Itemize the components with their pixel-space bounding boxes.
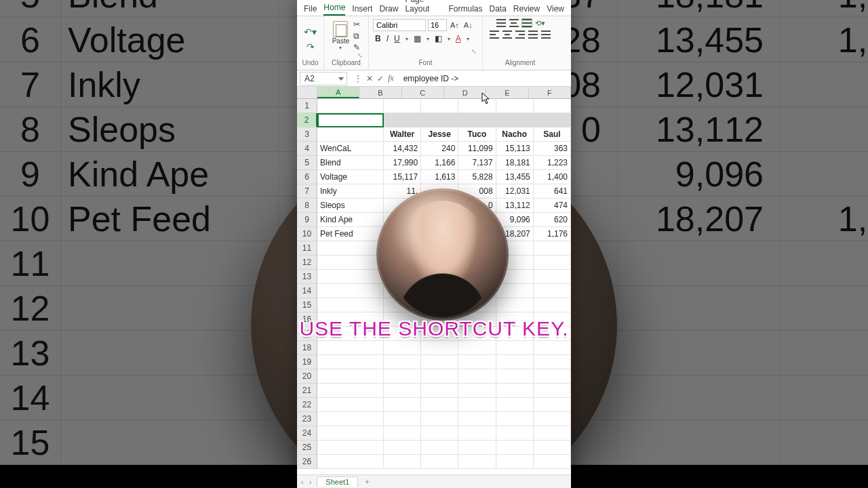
column-header-cell[interactable]: Walter [384,127,421,142]
row-header[interactable]: 25 [297,441,317,455]
align-top-icon[interactable] [496,19,506,27]
select-all-corner[interactable] [297,87,317,98]
cell[interactable] [496,455,534,469]
row-header[interactable]: 24 [297,426,317,441]
increase-font-icon[interactable]: A↑ [449,21,460,29]
bold-button[interactable]: B [373,34,383,43]
paste-button[interactable]: Paste ▾ [332,21,350,51]
cell[interactable]: 1,166 [421,156,458,170]
cell[interactable] [458,398,496,412]
tab-file[interactable]: File [304,4,317,16]
cell[interactable]: 13,455 [496,170,534,184]
tab-page-layout[interactable]: Page Layout [405,0,441,16]
col-header-C[interactable]: C [402,87,444,98]
cut-icon[interactable]: ✂ [353,20,360,29]
cell[interactable]: 11,099 [458,142,496,156]
cell[interactable] [317,455,384,469]
cell[interactable] [458,426,496,441]
cell[interactable] [421,384,458,398]
cell[interactable] [317,241,384,256]
cell[interactable]: Voltage [317,170,384,184]
col-header-E[interactable]: E [486,87,528,98]
cell[interactable] [458,355,496,369]
cell[interactable] [458,369,496,384]
cell[interactable]: Pet Feed [317,227,384,241]
row-header[interactable]: 8 [297,199,317,213]
row-header[interactable]: 4 [297,142,317,156]
column-header-cell[interactable]: Jesse [421,127,458,142]
cell[interactable] [317,99,384,113]
cell[interactable] [384,99,421,113]
cell[interactable] [421,369,458,384]
decrease-indent-icon[interactable] [528,30,538,39]
cell[interactable] [534,99,571,113]
increase-indent-icon[interactable] [541,30,551,39]
cell[interactable] [458,113,496,127]
cell[interactable] [534,426,571,441]
cell[interactable] [534,384,571,398]
cell[interactable] [317,398,384,412]
font-name-input[interactable] [373,19,426,31]
cell[interactable]: 240 [421,142,458,156]
tab-formulas[interactable]: Formulas [448,4,482,16]
row-header[interactable]: 14 [297,284,317,298]
borders-icon[interactable]: ▦ [412,34,423,43]
cell[interactable]: 5,828 [458,170,496,184]
clipboard-launcher-icon[interactable]: ⤡ [328,52,364,59]
cell[interactable] [534,270,571,284]
tab-insert[interactable]: Insert [352,4,372,16]
cell[interactable] [458,384,496,398]
copy-icon[interactable]: ⧉ [353,31,360,41]
cell[interactable] [496,398,534,412]
cell[interactable] [458,455,496,469]
cell[interactable] [534,298,571,312]
accept-entry-icon[interactable]: ✓ [377,74,384,83]
cell[interactable]: 13,112 [496,199,534,213]
cell[interactable] [421,99,458,113]
tab-home[interactable]: Home [323,3,345,16]
cell[interactable] [458,441,496,455]
fx-icon[interactable]: fx [388,73,394,83]
align-middle-icon[interactable] [509,19,519,27]
tab-review[interactable]: Review [513,4,540,16]
sheet-nav-prev-icon[interactable]: ‹ [301,478,304,486]
cell[interactable] [384,441,421,455]
row-header[interactable]: 22 [297,398,317,412]
redo-icon[interactable]: ↷ [307,41,315,52]
row-header[interactable]: 12 [297,256,317,270]
cell[interactable] [496,284,534,298]
row-header[interactable]: 9 [297,213,317,227]
italic-button[interactable]: I [384,34,391,43]
cell[interactable] [317,284,384,298]
cell[interactable] [458,412,496,426]
col-header-F[interactable]: F [529,87,571,98]
cell[interactable] [421,455,458,469]
row-header[interactable]: 20 [297,369,317,384]
cell[interactable] [534,113,571,127]
cell[interactable] [317,298,384,312]
cell[interactable] [534,455,571,469]
cell[interactable]: Inkly [317,184,384,199]
row-header[interactable]: 21 [297,384,317,398]
cell[interactable] [496,341,534,355]
cell[interactable] [317,426,384,441]
cell[interactable] [421,341,458,355]
row-header[interactable]: 15 [297,298,317,312]
cell[interactable]: 18,181 [496,156,534,170]
cell[interactable]: 1,400 [534,170,571,184]
align-bottom-icon[interactable] [522,19,532,27]
row-header[interactable]: 2 [297,113,317,127]
cell[interactable]: 363 [534,142,571,156]
sheet-tab[interactable]: Sheet1 [317,476,358,487]
row-header[interactable]: 5 [297,156,317,170]
row-header[interactable]: 11 [297,241,317,256]
cell[interactable] [384,384,421,398]
undo-icon[interactable]: ↶▾ [304,26,317,37]
cell[interactable] [317,369,384,384]
row-header[interactable]: 6 [297,170,317,184]
row-header[interactable]: 18 [297,341,317,355]
cell[interactable] [534,355,571,369]
cell[interactable]: 15,117 [384,170,421,184]
cell[interactable] [421,426,458,441]
row-header[interactable]: 1 [297,99,317,113]
